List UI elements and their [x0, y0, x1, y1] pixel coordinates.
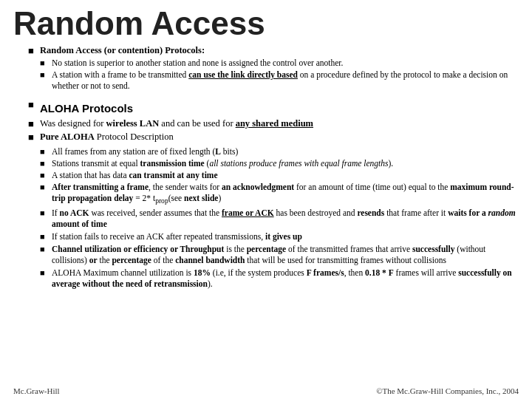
section-random-access: ■ Random Access (or contention) Protocol… [13, 44, 519, 92]
sub-bullet-icon: ■ [40, 232, 50, 241]
bullet-icon: ■ [28, 118, 38, 130]
sub-bullet-text: ALOHA Maximum channel utilization is 18%… [52, 267, 519, 290]
list-item: ■ A station that has data can transmit a… [13, 170, 519, 181]
list-item: ■ All frames from any station are of fix… [13, 146, 519, 157]
sub-bullet-icon: ■ [40, 183, 50, 191]
sub-bullet-text: Stations transmit at equal transmission … [52, 158, 519, 169]
footer-right: ©The Mc.Graw-Hill Companies, Inc., 2004 [376, 386, 519, 395]
list-item: ■ A station with a frame to be transmitt… [13, 69, 519, 92]
list-item: ■ ALOHA Maximum channel utilization is 1… [13, 267, 519, 290]
bullet-text: Random Access (or contention) Protocols: [40, 44, 519, 57]
sub-bullet-icon: ■ [40, 245, 50, 253]
list-item: ■ No station is superior to another stat… [13, 58, 519, 69]
sub-bullet-text: A station with a frame to be transmitted… [52, 69, 519, 92]
bullet-icon: ■ [28, 132, 38, 143]
list-item: ■ If no ACK was received, sender assumes… [13, 208, 519, 230]
sub-bullet-text: All frames from any station are of fixed… [52, 146, 519, 157]
list-item: ■ If station fails to receive an ACK aft… [13, 231, 519, 242]
sub-bullet-icon: ■ [40, 159, 50, 168]
bullet-text: Pure ALOHA Protocol Description [40, 131, 519, 143]
sub-bullet-icon: ■ [40, 58, 50, 67]
list-item: ■ Random Access (or contention) Protocol… [13, 44, 519, 57]
footer-left: Mc.Graw-Hill [13, 386, 60, 395]
list-item: ■ ALOHA Protocols [13, 98, 519, 117]
sub-bullet-text: Channel utilization or efficiency or Thr… [52, 244, 519, 266]
sub-bullet-icon: ■ [40, 171, 50, 180]
sub-bullet-text: If station fails to receive an ACK after… [52, 231, 519, 242]
section-pure-aloha: ■ All frames from any station are of fix… [13, 146, 519, 290]
bullet-icon: ■ [28, 45, 38, 57]
list-item: ■ Channel utilization or efficiency or T… [13, 244, 519, 266]
sub-bullet-icon: ■ [40, 268, 50, 277]
sub-bullet-icon: ■ [40, 147, 50, 156]
sub-bullet-text: No station is superior to another statio… [52, 58, 519, 69]
section-aloha-heading: ■ ALOHA Protocols ■ Was designed for wir… [13, 98, 519, 144]
footer: Mc.Graw-Hill ©The Mc.Graw-Hill Companies… [13, 386, 519, 395]
sub-bullet-text: If no ACK was received, sender assumes t… [52, 208, 519, 230]
list-item: ■ After transmitting a frame, the sender… [13, 182, 519, 206]
sub-bullet-icon: ■ [40, 70, 50, 79]
bullet-icon: ■ [28, 99, 38, 111]
page: Random Access ■ Random Access (or conten… [0, 0, 532, 399]
aloha-heading: ALOHA Protocols [40, 101, 519, 116]
sub-bullet-text: After transmitting a frame, the sender w… [52, 182, 519, 206]
bullet-text: Was designed for wireless LAN and can be… [40, 117, 519, 130]
list-item: ■ Was designed for wireless LAN and can … [13, 117, 519, 130]
page-title: Random Access [13, 6, 519, 41]
list-item: ■ Pure ALOHA Protocol Description [13, 131, 519, 143]
sub-bullet-icon: ■ [40, 208, 50, 217]
list-item: ■ Stations transmit at equal transmissio… [13, 158, 519, 169]
sub-bullet-text: A station that has data can transmit at … [52, 170, 519, 181]
